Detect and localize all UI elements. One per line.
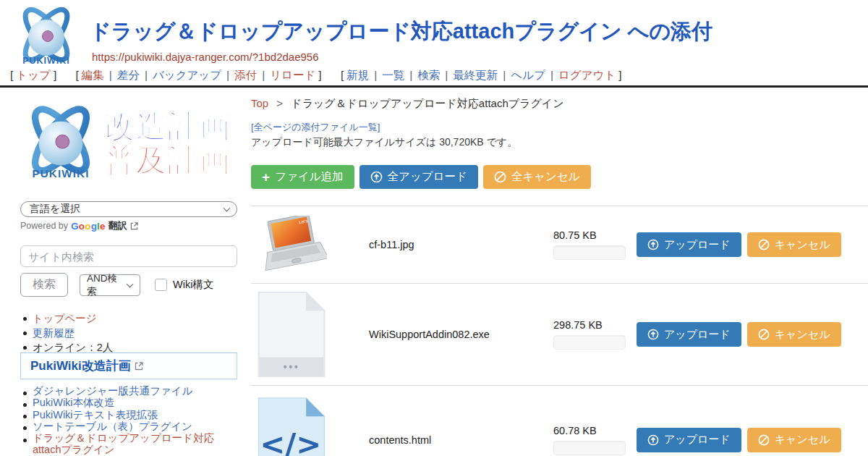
site-search-input[interactable]	[20, 245, 237, 267]
translate-link[interactable]: 翻訳	[109, 219, 127, 232]
upload-circle-icon	[647, 329, 659, 340]
sidebar-item-toppage[interactable]: トップページ	[33, 313, 97, 324]
upload-progress-bar	[553, 441, 626, 455]
cancel-button[interactable]: キャンセル	[747, 232, 841, 257]
list-item: PukiWikiテキスト表現拡張	[20, 410, 241, 421]
generic-file-icon	[257, 290, 326, 379]
upload-progress-bar	[553, 245, 626, 260]
sidebar-logo-text: 改造計画 普及計画	[104, 109, 231, 177]
cancel-circle-icon	[494, 171, 506, 183]
nav-item-help[interactable]: ヘルプ	[511, 69, 545, 81]
file-size-cell: 298.75 KB	[548, 319, 633, 350]
external-link-icon	[135, 362, 143, 371]
file-size: 60.78 KB	[553, 425, 633, 436]
file-size-cell: 80.75 KB	[548, 229, 633, 260]
list-item: 更新履歴	[20, 326, 113, 340]
sidebar-item-sort-table[interactable]: ソートテーブル（表）プラグイン	[33, 421, 192, 432]
file-size-cell: 60.78 KB	[548, 425, 633, 455]
list-item: ドラッグ＆ドロップアップロード対応attachプラグイン	[20, 433, 241, 456]
cancel-button[interactable]: キャンセル	[747, 428, 841, 452]
sidebar-item-recent-changes[interactable]: 更新履歴	[33, 327, 75, 339]
upload-button[interactable]: アップロード	[637, 232, 741, 257]
file-name: contents.html	[369, 434, 548, 446]
cancel-circle-icon	[758, 329, 770, 340]
nav-item-backup[interactable]: バックアップ	[153, 69, 221, 81]
file-thumbnail-cell: </>	[251, 396, 369, 456]
upload-circle-icon	[647, 434, 659, 446]
nav-item-recent[interactable]: 最終更新	[453, 69, 498, 81]
max-upload-size-text: アップロード可能最大ファイルサイズは 30,720KB です。	[251, 136, 517, 149]
sidebar-item-text-ext[interactable]: PukiWikiテキスト表現拡張	[33, 409, 158, 421]
breadcrumb-root-link[interactable]: Top	[251, 97, 268, 109]
nav-group-site: [新規|一覧|検索|最終更新|ヘルプ|ログアウト]	[338, 69, 625, 81]
nav-item-attach[interactable]: 添付	[234, 69, 257, 81]
row-actions: アップロード キャンセル	[633, 322, 841, 347]
chevron-down-icon	[224, 205, 231, 212]
project-link[interactable]: PukiWiki改造計画	[30, 358, 131, 374]
sidebar-logo-line1: 改造計画	[104, 109, 231, 143]
file-name: cf-b11.jpg	[369, 239, 548, 250]
wiki-syntax-checkbox[interactable]	[155, 279, 167, 291]
all-pages-attachment-list-link[interactable]: [全ページの添付ファイル一覧]	[251, 121, 380, 134]
upload-file-table: Let's cf-b11.jpg 80.75 KB アップロード キャンセル	[251, 206, 868, 456]
sidebar-item-core-mods[interactable]: PukiWiki本体改造	[33, 397, 115, 408]
list-item: ダジャレンジャー版共通ファイル	[20, 386, 241, 397]
file-size: 298.75 KB	[553, 319, 633, 331]
sidebar-item-online-count: オンライン：2人	[33, 342, 113, 353]
nav-item-logout[interactable]: ログアウト	[558, 69, 616, 81]
atom-logo-icon: PUKIWIKI	[12, 3, 81, 72]
table-row: WikiSupportAddin082.exe 298.75 KB アップロード…	[251, 284, 868, 386]
google-logo: Google	[71, 221, 106, 232]
file-name: WikiSupportAddin082.exe	[369, 329, 548, 340]
project-link-box[interactable]: PukiWiki改造計画	[20, 352, 237, 379]
pukiwiki-logo[interactable]: PUKIWIKI	[12, 3, 81, 72]
nav-item-list[interactable]: 一覧	[382, 69, 404, 81]
upload-button[interactable]: アップロード	[637, 428, 741, 452]
sidebar-plugin-links: ダジャレンジャー版共通ファイル PukiWiki本体改造 PukiWikiテキス…	[20, 386, 241, 456]
html-code-file-icon: </>	[257, 396, 326, 456]
upload-circle-icon	[370, 171, 383, 183]
svg-text:</>: </>	[260, 426, 321, 456]
file-thumbnail-cell	[251, 290, 369, 379]
nav-item-new[interactable]: 新規	[346, 69, 369, 81]
nav-item-edit[interactable]: 編集	[82, 69, 104, 81]
list-item: PukiWiki本体改造	[20, 397, 241, 409]
upload-toolbar: + ファイル追加 全アップロード 全キャンセル	[251, 165, 591, 189]
chevron-down-icon	[127, 280, 134, 287]
cancel-circle-icon	[758, 434, 770, 446]
svg-text:PUKIWIKI: PUKIWIKI	[22, 56, 70, 66]
cancel-button[interactable]: キャンセル	[747, 322, 841, 347]
cancel-all-button[interactable]: 全キャンセル	[483, 165, 591, 189]
table-row: </> contents.html 60.78 KB アップロード キャンセル	[251, 386, 868, 456]
atom-logo-icon: PUKIWIKI	[20, 101, 101, 186]
upload-all-button[interactable]: 全アップロード	[359, 165, 478, 189]
plus-icon: +	[262, 170, 270, 184]
sidebar-logo-line2: 普及計画	[104, 143, 231, 177]
sidebar-site-logo[interactable]: PUKIWIKI 改造計画 普及計画	[20, 96, 231, 191]
nav-item-search[interactable]: 検索	[417, 69, 440, 81]
add-files-button[interactable]: + ファイル追加	[251, 165, 354, 189]
nav-item-reload[interactable]: リロード	[270, 69, 315, 81]
breadcrumb-current: ドラッグ＆ドロップアップロード対応attachプラグイン	[291, 97, 563, 109]
list-item: トップページ	[20, 311, 113, 326]
list-item: ソートテーブル（表）プラグイン	[20, 421, 241, 433]
nav-item-diff[interactable]: 差分	[117, 69, 140, 81]
upload-progress-bar	[553, 335, 626, 350]
row-actions: アップロード キャンセル	[633, 428, 841, 452]
upload-button[interactable]: アップロード	[637, 322, 741, 347]
page-title: ドラッグ＆ドロップアップロード対応attachプラグイン への添付	[90, 17, 712, 46]
sidebar-item-dnd-attach[interactable]: ドラッグ＆ドロップアップロード対応attachプラグイン	[33, 432, 214, 455]
nav-group-page: [編集|差分|バックアップ|添付|リロード]	[73, 69, 325, 81]
laptop-photo-thumbnail: Let's	[257, 216, 327, 274]
nav-group-top: [トップ]	[7, 69, 59, 81]
page-url[interactable]: https://pukiwiki.dajya-ranger.com/?1bd2d…	[92, 51, 319, 63]
search-button[interactable]: 検索	[20, 273, 68, 297]
nav-item-top[interactable]: トップ	[16, 69, 51, 81]
search-mode-select[interactable]: AND検索	[80, 274, 140, 296]
cancel-circle-icon	[758, 239, 770, 250]
language-select[interactable]: 言語を選択	[20, 201, 237, 217]
google-translate-attribution: Powered by Google 翻訳	[20, 219, 138, 232]
top-navigation: [トップ] [編集|差分|バックアップ|添付|リロード] [新規|一覧|検索|最…	[0, 68, 868, 88]
sidebar-item-common-files[interactable]: ダジャレンジャー版共通ファイル	[33, 385, 192, 397]
row-actions: アップロード キャンセル	[633, 232, 841, 257]
